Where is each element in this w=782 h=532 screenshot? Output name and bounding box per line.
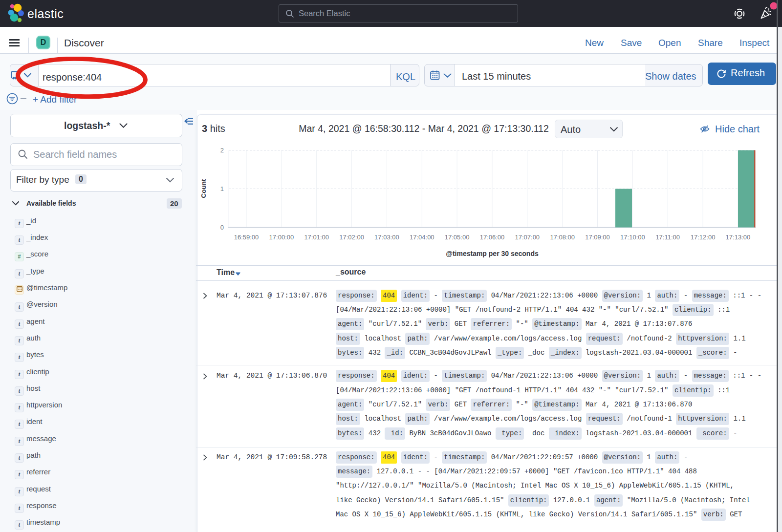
svg-text:@timestamp per 30 seconds: @timestamp per 30 seconds xyxy=(446,250,539,257)
svg-text:17:13:00: 17:13:00 xyxy=(726,234,751,241)
svg-text:1: 1 xyxy=(220,185,224,192)
svg-text:17:11:00: 17:11:00 xyxy=(655,234,680,241)
svg-text:17:05:00: 17:05:00 xyxy=(445,234,470,241)
svg-text:17:03:00: 17:03:00 xyxy=(374,234,399,241)
svg-text:17:00:00: 17:00:00 xyxy=(269,234,294,241)
svg-text:17:07:00: 17:07:00 xyxy=(515,234,540,241)
svg-text:17:09:00: 17:09:00 xyxy=(585,234,610,241)
svg-text:16:59:00: 16:59:00 xyxy=(234,234,259,241)
svg-text:17:12:00: 17:12:00 xyxy=(691,234,716,241)
svg-text:17:04:00: 17:04:00 xyxy=(410,234,434,241)
svg-text:Count: Count xyxy=(200,179,207,198)
svg-text:17:10:00: 17:10:00 xyxy=(620,234,645,241)
svg-text:0: 0 xyxy=(220,224,224,231)
svg-text:2: 2 xyxy=(220,147,224,154)
svg-text:17:02:00: 17:02:00 xyxy=(339,234,364,241)
svg-text:17:06:00: 17:06:00 xyxy=(480,234,505,241)
svg-text:17:08:00: 17:08:00 xyxy=(550,234,575,241)
svg-text:17:01:00: 17:01:00 xyxy=(304,234,329,241)
